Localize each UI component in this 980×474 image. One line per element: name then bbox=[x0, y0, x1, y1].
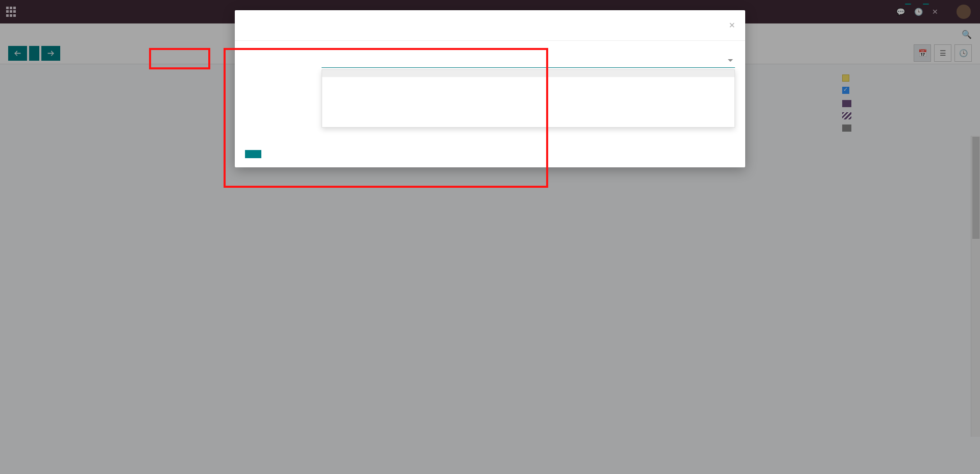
annotation-highlight bbox=[149, 48, 210, 69]
chevron-down-icon[interactable] bbox=[728, 59, 733, 62]
close-icon[interactable]: × bbox=[729, 19, 735, 31]
annotation-highlight bbox=[224, 48, 548, 188]
